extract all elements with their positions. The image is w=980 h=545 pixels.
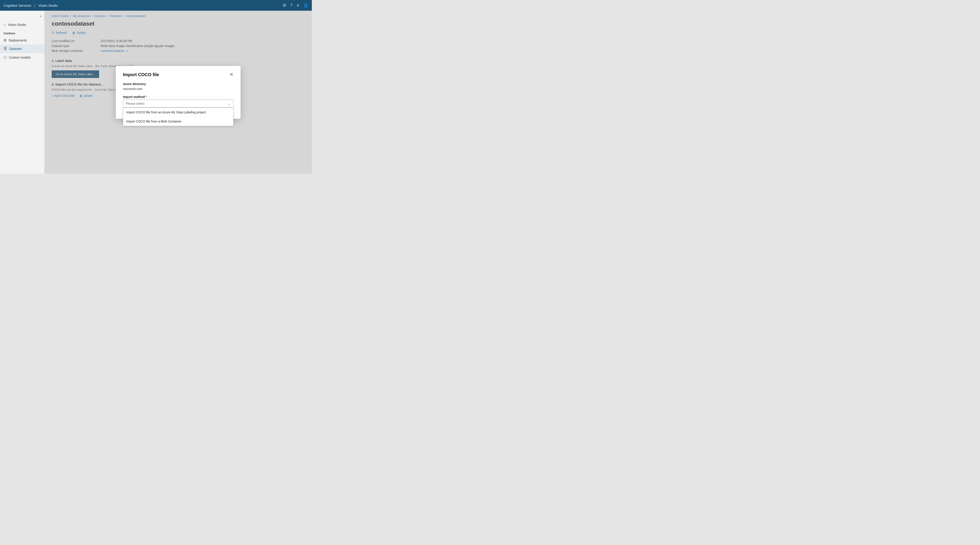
azure-directory-value: microsoft.com	[123, 87, 234, 91]
import-method-group: Import method * Please select ⌄ Import C…	[123, 95, 234, 108]
app-title: Cognitive Services	[3, 3, 31, 7]
sidebar: « ⌂ Vision Studio Contoso ⊞ Deployments …	[0, 11, 45, 174]
modal-close-button[interactable]: ✕	[230, 72, 234, 76]
custom-models-icon: ⬡	[3, 55, 7, 59]
import-method-dropdown[interactable]: Please select ⌄	[123, 100, 234, 108]
top-nav-actions: ⚙ ? ∨ 👤	[283, 3, 308, 8]
import-method-dropdown-menu: Import COCO file from an Azure ML Data L…	[123, 108, 234, 126]
app-subtitle: Vision Studio	[38, 3, 58, 7]
home-icon: ⌂	[3, 23, 6, 27]
help-icon[interactable]: ?	[290, 3, 293, 8]
sidebar-home-label: Vision Studio	[8, 23, 26, 27]
modal-title: Import COCO file	[123, 72, 159, 77]
azure-directory-label: Azure directory	[123, 82, 234, 86]
import-coco-modal: Import COCO file ✕ Azure directory micro…	[116, 66, 240, 119]
deployments-icon: ⊞	[3, 38, 6, 42]
modal-backdrop: Import COCO file ✕ Azure directory micro…	[45, 11, 312, 174]
dropdown-option-2[interactable]: Import COCO file from a Blob Container	[123, 117, 233, 126]
chevron-down-icon: ⌄	[228, 102, 231, 105]
sidebar-group-label: Contoso	[0, 29, 45, 36]
import-method-dropdown-container: Please select ⌄ Import COCO file from an…	[123, 100, 234, 108]
sidebar-item-custom-models[interactable]: ⬡ Custom models	[0, 53, 45, 62]
dropdown-placeholder: Please select	[126, 102, 144, 105]
required-indicator: *	[146, 95, 147, 99]
sidebar-item-deployments[interactable]: ⊞ Deployments	[0, 36, 45, 44]
sidebar-collapse-area: «	[0, 13, 45, 21]
datasets-icon: 🗄	[3, 47, 7, 51]
dropdown-icon[interactable]: ∨	[296, 3, 299, 8]
title-divider: |	[34, 3, 35, 7]
top-nav: Cognitive Services | Vision Studio ⚙ ? ∨…	[0, 0, 312, 11]
azure-directory-group: Azure directory microsoft.com	[123, 82, 234, 91]
app-title-area: Cognitive Services | Vision Studio	[3, 3, 58, 7]
avatar-icon[interactable]: 👤	[303, 3, 308, 8]
sidebar-item-vision-studio[interactable]: ⌂ Vision Studio	[0, 21, 45, 29]
sidebar-datasets-label: Datasets	[10, 47, 22, 51]
main-content: Vision Studio > My resources > Contoso >…	[45, 11, 312, 174]
settings-icon[interactable]: ⚙	[283, 3, 286, 8]
dropdown-option-1[interactable]: Import COCO file from an Azure ML Data L…	[123, 108, 233, 117]
modal-header: Import COCO file ✕	[123, 72, 234, 77]
sidebar-item-datasets[interactable]: 🗄 Datasets	[0, 44, 45, 53]
sidebar-collapse-button[interactable]: «	[40, 14, 41, 18]
sidebar-deployments-label: Deployments	[9, 38, 27, 42]
import-method-label-text: Import method	[123, 95, 145, 99]
import-method-label: Import method *	[123, 95, 234, 99]
main-layout: « ⌂ Vision Studio Contoso ⊞ Deployments …	[0, 11, 312, 174]
sidebar-custom-models-label: Custom models	[9, 56, 30, 59]
